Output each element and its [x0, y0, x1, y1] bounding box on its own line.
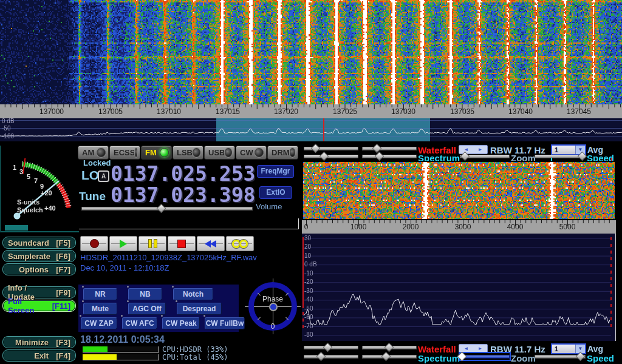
fullscreen-button[interactable]: Full Screen[F11]	[2, 300, 76, 312]
mode-led-icon	[193, 148, 200, 157]
spectrum-contrast-slider[interactable]	[304, 153, 358, 160]
freqmgr-button[interactable]: FreqMgr	[257, 165, 294, 178]
despread-button[interactable]: Despread	[177, 303, 222, 315]
menu-key: [F6]	[50, 252, 70, 261]
zoom-slider-2[interactable]	[460, 353, 510, 360]
menu-label: Samplerate	[8, 252, 50, 261]
smeter-scale-label: 5	[27, 173, 30, 180]
slider-thumb[interactable]	[460, 152, 470, 161]
mode-label: USB	[208, 148, 225, 157]
main-waterfall[interactable]	[0, 0, 622, 104]
mode-button-cw[interactable]: CW	[236, 146, 267, 160]
cpu-total-label: CPU:Total (45%)	[162, 353, 228, 362]
mode-button-lsb[interactable]: LSB	[173, 146, 203, 160]
smeter-scale-label: 3	[19, 168, 23, 175]
spectrum-contrast-slider-2[interactable]	[304, 353, 358, 360]
volume-slider-track[interactable]	[81, 207, 253, 211]
slider-thumb[interactable]	[381, 352, 391, 362]
cw-zap-button[interactable]: CW ZAP	[81, 317, 117, 329]
agc-off-button[interactable]: AGC Off	[128, 303, 166, 315]
slider-thumb[interactable]	[372, 144, 382, 153]
mode-led-icon	[97, 148, 106, 157]
pause-button[interactable]	[138, 236, 166, 251]
stop-button[interactable]	[168, 236, 196, 251]
slider-thumb[interactable]	[375, 152, 384, 161]
cw-fullbw-button[interactable]: CW FullBw	[205, 317, 245, 329]
zoom-label-2: Zoom	[511, 353, 536, 363]
slider-thumb[interactable]	[320, 152, 329, 161]
smeter-scale-label: 1	[13, 164, 16, 171]
mode-button-usb[interactable]: USB	[204, 146, 235, 160]
smeter-scale-label: 7	[34, 177, 38, 184]
cw-afc-button[interactable]: CW AFC	[122, 317, 157, 329]
speed-slider-2[interactable]	[535, 353, 586, 360]
main-spectrum[interactable]	[0, 118, 622, 141]
mode-label: ECSS	[114, 148, 135, 157]
stop-icon	[177, 240, 186, 248]
cpu-hdsdr-fill	[83, 346, 108, 352]
mode-button-ecss[interactable]: ECSS	[109, 146, 140, 160]
volume-slider-thumb[interactable]	[156, 204, 166, 214]
audio-db-label: 30	[304, 235, 311, 241]
tune-frequency-display[interactable]: 0137.023.398	[111, 186, 255, 204]
slider-thumb[interactable]	[323, 343, 333, 352]
spectrum-brightness-slider[interactable]	[362, 153, 417, 160]
zoom-slider[interactable]	[460, 153, 510, 160]
nb-button[interactable]: NB	[128, 288, 162, 300]
audio-spectrum-frame	[302, 234, 616, 341]
scale-tick-label: 137015	[216, 107, 240, 116]
play-button[interactable]	[109, 236, 137, 251]
slider-thumb[interactable]	[576, 352, 586, 362]
rbw-spinner-2[interactable]: ◄►	[459, 344, 488, 353]
soundcard-button[interactable]: Soundcard[F5]	[2, 237, 76, 249]
mode-led-icon	[255, 148, 264, 157]
squelch-label: Squelch	[17, 206, 43, 214]
samplerate-button[interactable]: Samplerate[F6]	[2, 250, 76, 262]
scale-tick-label: 137020	[274, 107, 298, 116]
rewind-button[interactable]	[197, 236, 225, 251]
waterfall-contrast-slider[interactable]	[304, 145, 358, 152]
scale-tick-label: 137035	[450, 107, 474, 116]
volume-slider[interactable]	[81, 205, 253, 212]
nr-button[interactable]: NR	[83, 288, 117, 300]
scale-tick-label: 137000	[39, 107, 64, 116]
notch-button[interactable]: Notch	[173, 288, 213, 300]
spectrum-brightness-slider-2[interactable]	[362, 353, 417, 360]
record-button[interactable]	[80, 236, 108, 251]
options-button[interactable]: Options[F7]	[2, 263, 76, 275]
audio-scale-label: 1000	[350, 223, 367, 231]
minimize-button[interactable]: Minimize[F3]	[2, 336, 76, 348]
slider-thumb[interactable]	[311, 144, 321, 153]
mode-button-row: AM ECSS FM LSB USB CW DRM	[78, 146, 298, 160]
scale-tick-label: 137040	[508, 107, 533, 116]
waterfall-brightness-slider[interactable]	[362, 145, 417, 152]
exit-button[interactable]: Exit[F4]	[2, 349, 76, 362]
mute-button[interactable]: Mute	[83, 303, 117, 315]
scale-tick-label: 137030	[391, 107, 415, 116]
slider-thumb[interactable]	[384, 343, 394, 352]
lo-mode-badge[interactable]: A	[98, 170, 109, 182]
waterfall-brightness-slider-2[interactable]	[362, 344, 417, 351]
mode-label: DRM	[272, 148, 290, 157]
phase-label: Phase	[262, 295, 283, 303]
audio-waterfall[interactable]	[303, 162, 615, 219]
waterfall-contrast-slider-2[interactable]	[304, 344, 358, 351]
extio-button[interactable]: ExtIO	[259, 186, 292, 199]
audio-spectrum[interactable]	[302, 234, 615, 341]
rewind-icon	[205, 240, 216, 248]
arrow-right-icon[interactable]: ►	[473, 345, 487, 352]
audio-db-label: 10	[304, 252, 311, 259]
cw-peak-button[interactable]: CW Peak	[162, 317, 200, 329]
mode-button-fm[interactable]: FM	[141, 146, 172, 160]
mode-button-drm[interactable]: DRM	[267, 146, 298, 160]
lo-frequency-display[interactable]: 0137.025.253	[111, 165, 255, 183]
s-meter[interactable]	[0, 146, 79, 232]
audio-db-label: -70	[304, 323, 313, 329]
squelch-level-bar[interactable]	[5, 225, 28, 231]
mode-button-am[interactable]: AM	[78, 146, 109, 160]
audio-db-label: -20	[304, 278, 313, 285]
mode-label: CW	[240, 148, 253, 157]
slider-thumb[interactable]	[316, 352, 326, 362]
speed-slider[interactable]	[535, 153, 586, 160]
loop-button[interactable]	[226, 236, 254, 251]
